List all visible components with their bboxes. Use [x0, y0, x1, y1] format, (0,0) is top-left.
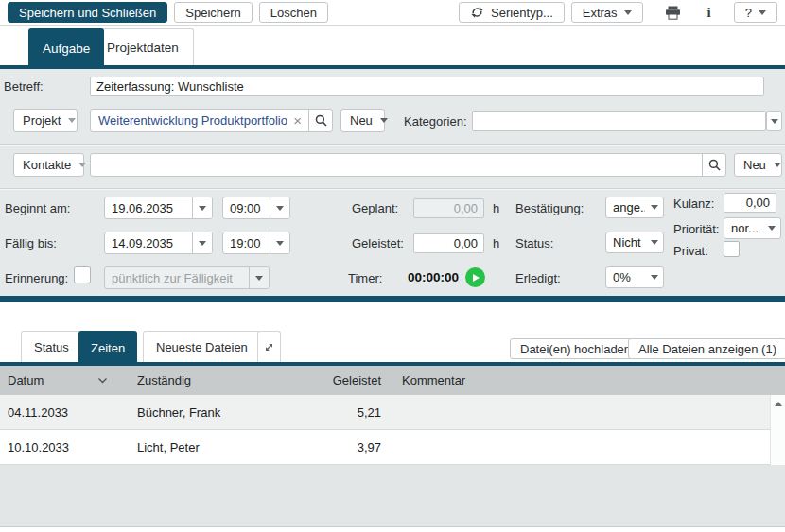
- tab-neueste-dateien-label: Neueste Dateien: [156, 340, 248, 354]
- cell-zustaendig: Büchner, Frank: [137, 395, 220, 429]
- worked-unit: h: [493, 236, 499, 250]
- save-label: Speichern: [185, 6, 241, 20]
- sort-chevron-icon[interactable]: [97, 366, 108, 395]
- column-header-datum[interactable]: Datum: [8, 366, 44, 395]
- timer-label: Timer:: [348, 271, 382, 285]
- begins-time-combo[interactable]: 09:00: [222, 197, 290, 219]
- categories-dropdown-button[interactable]: [766, 111, 782, 131]
- due-time-dropdown-button[interactable]: [270, 232, 289, 253]
- begins-date-combo[interactable]: 19.06.2035: [104, 197, 213, 219]
- chevron-down-icon: [651, 275, 658, 280]
- chevron-down-icon: [68, 118, 76, 123]
- contacts-new-dropdown[interactable]: Neu: [734, 153, 782, 177]
- print-button[interactable]: [655, 6, 690, 20]
- help-label: ?: [745, 6, 752, 20]
- reminder-label: Erinnerung:: [5, 271, 68, 285]
- help-dropdown[interactable]: ?: [734, 2, 777, 23]
- contacts-type-dropdown[interactable]: Kontakte: [13, 153, 84, 177]
- table-header: Datum Zuständig Geleistet Kommentar: [0, 366, 785, 395]
- reminder-checkbox[interactable]: [74, 266, 91, 283]
- tab-aufgabe-label: Aufgabe: [43, 42, 90, 56]
- status-value: Nicht ...: [606, 235, 645, 249]
- project-link[interactable]: Weiterentwicklung Produktportfolio: [91, 113, 287, 128]
- due-time-combo[interactable]: 19:00: [222, 232, 290, 254]
- planned-label: Geplant:: [352, 201, 398, 215]
- tab-projektdaten[interactable]: Projektdaten: [92, 28, 194, 65]
- table-row[interactable]: 04.11.2033 Büchner, Frank 5,21: [0, 395, 770, 430]
- status-combo[interactable]: Nicht ...: [605, 232, 664, 253]
- scroll-up-icon[interactable]: [775, 402, 782, 406]
- contacts-search-button[interactable]: [702, 154, 725, 176]
- delete-label: Löschen: [270, 6, 317, 20]
- due-date-dropdown-button[interactable]: [192, 232, 212, 253]
- table-scrollbar[interactable]: [770, 395, 785, 465]
- serial-type-button[interactable]: Serientyp...: [459, 2, 565, 23]
- private-checkbox[interactable]: [724, 241, 740, 257]
- priority-combo[interactable]: nor...: [724, 217, 781, 239]
- reminder-value: pünktlich zur Fälligkeit: [105, 271, 249, 285]
- timer-start-button[interactable]: [465, 267, 485, 287]
- tab-status-label: Status: [34, 340, 69, 354]
- tab-aufgabe[interactable]: Aufgabe: [28, 28, 104, 69]
- show-all-files-label: Alle Dateien anzeigen (1): [638, 342, 776, 356]
- cell-datum: 10.10.2033: [8, 430, 69, 464]
- begins-time-dropdown-button[interactable]: [270, 197, 289, 218]
- due-date-combo[interactable]: 14.09.2035: [104, 232, 213, 254]
- priority-label: Priorität:: [673, 222, 719, 236]
- project-type-dropdown[interactable]: Projekt: [13, 109, 78, 132]
- tolerance-label: Kulanz:: [673, 197, 714, 211]
- confirmation-value: ange...: [606, 200, 645, 215]
- save-button[interactable]: Speichern: [174, 2, 253, 23]
- tab-neueste-dateien[interactable]: Neueste Dateien: [143, 331, 261, 362]
- tab-zeiten-label: Zeiten: [91, 341, 125, 355]
- reminder-combo[interactable]: pünktlich zur Fälligkeit: [104, 266, 270, 289]
- contacts-field[interactable]: [90, 153, 726, 177]
- worked-input[interactable]: [413, 233, 484, 253]
- chevron-down-icon: [771, 119, 778, 124]
- reminder-dropdown-button[interactable]: [249, 267, 269, 288]
- cell-datum: 04.11.2033: [8, 395, 68, 429]
- due-label: Fällig bis:: [5, 236, 57, 250]
- chevron-down-icon: [651, 240, 658, 245]
- panel-empty-area: [0, 465, 785, 526]
- upload-files-button[interactable]: Datei(en) hochladen: [510, 338, 641, 359]
- info-button[interactable]: i: [698, 5, 721, 21]
- clear-icon[interactable]: ×: [287, 112, 308, 129]
- tab-zeiten[interactable]: Zeiten: [78, 331, 137, 366]
- cell-geleistet: 5,21: [303, 395, 381, 429]
- search-icon: [708, 159, 721, 171]
- column-header-geleistet[interactable]: Geleistet: [303, 366, 381, 395]
- extras-label: Extras: [583, 6, 618, 20]
- chevron-down-icon: [255, 276, 263, 281]
- completed-combo[interactable]: 0%: [605, 266, 664, 288]
- task-window: Speichern und Schließen Speichern Lösche…: [0, 0, 785, 532]
- planned-unit: h: [493, 201, 499, 215]
- form-background: [0, 69, 785, 296]
- confirmation-combo[interactable]: ange...: [605, 197, 664, 218]
- planned-input: [413, 198, 484, 218]
- subject-input[interactable]: [90, 77, 764, 96]
- column-header-zustaendig[interactable]: Zuständig: [137, 366, 191, 395]
- project-search-button[interactable]: [308, 110, 332, 131]
- due-time-value: 19:00: [223, 236, 270, 250]
- show-all-files-button[interactable]: Alle Dateien anzeigen (1): [628, 338, 785, 359]
- project-new-dropdown[interactable]: Neu: [340, 109, 385, 132]
- chevron-down-icon: [276, 241, 284, 246]
- begins-date-dropdown-button[interactable]: [192, 197, 212, 218]
- categories-input[interactable]: [472, 111, 766, 131]
- chevron-down-icon: [759, 10, 766, 15]
- column-header-kommentar[interactable]: Kommentar: [402, 366, 465, 395]
- delete-button[interactable]: Löschen: [259, 2, 328, 23]
- save-and-close-button[interactable]: Speichern und Schließen: [8, 2, 167, 23]
- completed-value: 0%: [606, 270, 645, 284]
- tab-status[interactable]: Status: [21, 331, 82, 362]
- project-field[interactable]: Weiterentwicklung Produktportfolio ×: [90, 109, 333, 132]
- tab-projektdaten-label: Projektdaten: [107, 41, 179, 55]
- collapse-panel-tab[interactable]: [257, 331, 281, 362]
- tolerance-input[interactable]: [724, 193, 776, 213]
- project-type-label: Projekt: [23, 113, 61, 128]
- status-label: Status:: [515, 236, 553, 250]
- table-row[interactable]: 10.10.2033 Licht, Peter 3,97: [0, 430, 770, 465]
- begins-time-value: 09:00: [223, 201, 270, 215]
- extras-dropdown[interactable]: Extras: [571, 2, 643, 23]
